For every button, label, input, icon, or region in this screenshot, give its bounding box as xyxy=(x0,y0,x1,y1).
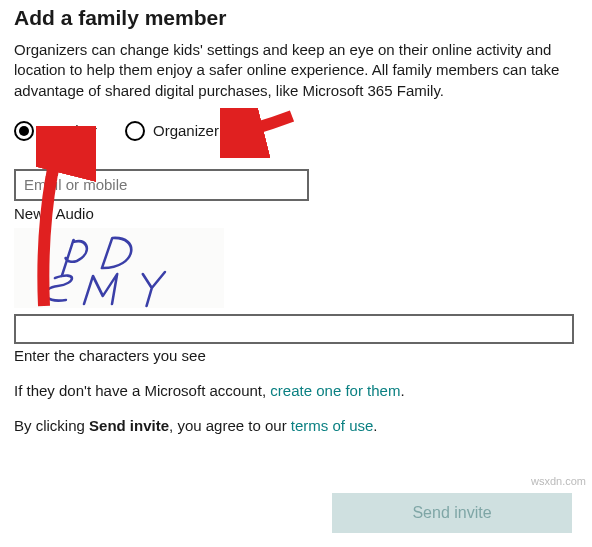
role-organizer-radio[interactable]: Organizer xyxy=(125,121,219,141)
radio-icon xyxy=(125,121,145,141)
create-account-link[interactable]: create one for them xyxy=(270,382,400,399)
role-radio-group: Member Organizer xyxy=(14,121,580,141)
captcha-input[interactable] xyxy=(14,314,574,344)
terms-bold: Send invite xyxy=(89,417,169,434)
captcha-caption: Enter the characters you see xyxy=(14,347,580,364)
captcha-separator: | xyxy=(44,205,55,222)
send-invite-button[interactable]: Send invite xyxy=(332,493,572,533)
captcha-image xyxy=(14,228,224,308)
no-account-text: If they don't have a Microsoft account, … xyxy=(14,382,580,399)
terms-prefix: By clicking xyxy=(14,417,89,434)
watermark-text: wsxdn.com xyxy=(531,475,586,487)
role-member-radio[interactable]: Member xyxy=(14,121,97,141)
captcha-new-link[interactable]: New xyxy=(14,205,44,222)
page-title: Add a family member xyxy=(14,6,580,30)
role-member-label: Member xyxy=(42,122,97,139)
terms-suffix: . xyxy=(373,417,377,434)
email-input[interactable] xyxy=(14,169,309,201)
terms-of-use-link[interactable]: terms of use xyxy=(291,417,374,434)
description-text: Organizers can change kids' settings and… xyxy=(14,40,574,101)
captcha-controls: New | Audio xyxy=(14,205,580,222)
captcha-audio-link[interactable]: Audio xyxy=(55,205,93,222)
no-account-suffix: . xyxy=(400,382,404,399)
role-organizer-label: Organizer xyxy=(153,122,219,139)
radio-icon xyxy=(14,121,34,141)
terms-middle: , you agree to our xyxy=(169,417,291,434)
terms-text: By clicking Send invite, you agree to ou… xyxy=(14,417,580,434)
no-account-prefix: If they don't have a Microsoft account, xyxy=(14,382,270,399)
